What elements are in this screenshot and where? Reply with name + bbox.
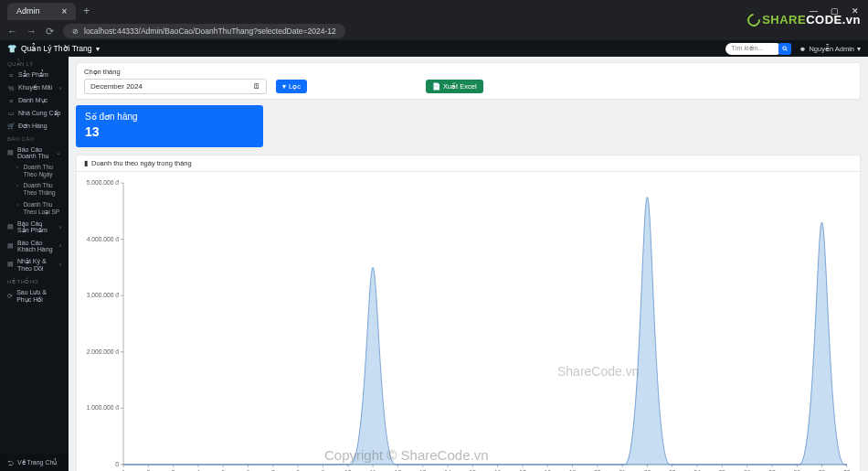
sidebar-section-header: HỆ THỐNG (0, 274, 69, 286)
revenue-chart: 01.000.000 đ2.000.000 đ3.000.000 đ4.000.… (84, 177, 852, 471)
sidebar-item-label: Sản Phẩm (18, 71, 48, 79)
menu-icon: 🛒 (7, 123, 15, 130)
sidebar: QUẢN LÝ≡Sản Phẩm%Khuyến Mãi›≡Danh Mục▭Nh… (0, 57, 69, 471)
sidebar-item[interactable]: ≡Sản Phẩm (0, 69, 69, 81)
menu-icon: % (7, 85, 15, 91)
svg-text:5.000.000 đ: 5.000.000 đ (87, 179, 120, 186)
sidebar-item-label: Đơn Hàng (18, 123, 48, 130)
main-content: Chọn tháng December 2024 🗓 ▾ Lọc 📄 Xuất … (69, 57, 868, 471)
filter-button[interactable]: ▾ Lọc (276, 80, 307, 93)
chart-title: Doanh thu theo ngày trong tháng (91, 159, 192, 167)
sidebar-subitem[interactable]: ▫Doanh Thu Theo Loại SP (0, 199, 69, 218)
dot-icon: ▫ (16, 201, 19, 216)
menu-icon: ⟳ (7, 293, 13, 300)
back-icon: ⮌ (7, 460, 14, 466)
sidebar-item[interactable]: ▤Báo Cáo Doanh Thu⌄ (0, 144, 69, 162)
menu-icon: ▤ (7, 149, 14, 156)
file-icon: 📄 (432, 82, 440, 91)
sidebar-section-header: BÁO CÁO (0, 133, 69, 144)
lock-icon: ⊘ (72, 27, 79, 36)
sidebar-item[interactable]: ≡Danh Mục (0, 94, 69, 107)
search-icon (782, 46, 789, 52)
sidebar-item-label: Khuyến Mãi (18, 84, 52, 91)
chart-card: ▮ Doanh thu theo ngày trong tháng 01.000… (76, 155, 861, 471)
month-input[interactable]: December 2024 🗓 (84, 79, 267, 94)
tshirt-icon: 👕 (7, 44, 17, 53)
month-label: Chọn tháng (84, 68, 852, 76)
new-tab-button[interactable]: + (83, 5, 90, 17)
month-value: December 2024 (90, 82, 143, 91)
svg-text:3.000.000 đ: 3.000.000 đ (87, 292, 120, 298)
sidebar-item[interactable]: ▤Báo Cáo Sản Phẩm› (0, 218, 69, 237)
search-placeholder: Tìm kiếm... (731, 45, 763, 52)
menu-icon: ▤ (7, 242, 14, 250)
url-text: localhost:44333/Admin/BaoCao/DoanhThuTha… (84, 27, 336, 36)
filter-label: Lọc (289, 82, 301, 91)
sidebar-subitem-label: Doanh Thu Theo Loại SP (23, 201, 61, 216)
sidebar-footer-home[interactable]: ⮌Về Trang Chủ (0, 455, 69, 471)
menu-icon: ≡ (7, 98, 15, 104)
sidebar-section-header: QUẢN LÝ (0, 57, 69, 69)
sidebar-item[interactable]: ▤Nhật Ký & Theo Dõi› (0, 255, 69, 274)
chevron-icon: › (59, 262, 61, 268)
nav-forward-icon[interactable]: → (26, 26, 37, 37)
address-bar[interactable]: ⊘ localhost:44333/Admin/BaoCao/DoanhThuT… (63, 24, 345, 38)
menu-icon: ≡ (7, 72, 15, 79)
svg-text:0: 0 (115, 461, 119, 467)
stat-title: Số đơn hàng (85, 112, 254, 122)
logo-ring-icon (745, 11, 763, 29)
stat-card-orders: Số đơn hàng 13 (76, 105, 263, 147)
stat-value: 13 (85, 124, 254, 139)
menu-icon: ▤ (7, 261, 14, 268)
sidebar-subitem-label: Doanh Thu Theo Tháng (24, 182, 61, 197)
brand[interactable]: 👕 Quản Lý Thời Trang ▾ (7, 44, 100, 53)
sidebar-item-label: Báo Cáo Khách Hàng (17, 240, 56, 252)
sidebar-item-label: Nhật Ký & Theo Dõi (17, 258, 56, 272)
nav-reload-icon[interactable]: ⟳ (46, 26, 54, 37)
sidebar-item[interactable]: ▤Báo Cáo Khách Hàng› (0, 237, 69, 255)
tab-title: Admin (16, 6, 40, 16)
user-menu[interactable]: ☻ Nguyễn Admin ▾ (799, 45, 861, 53)
funnel-icon: ▾ (282, 82, 286, 91)
chevron-icon: › (59, 85, 61, 91)
user-name: Nguyễn Admin (809, 45, 854, 53)
sidebar-subitem[interactable]: ▫Doanh Thu Theo Tháng (0, 180, 69, 198)
browser-chrome: Admin × + — ▢ ✕ ← → ⟳ ⊘ localhost:44333/… (0, 0, 868, 40)
svg-text:1.000.000 đ: 1.000.000 đ (87, 404, 120, 411)
chevron-down-icon: ▾ (857, 45, 861, 53)
brand-text: Quản Lý Thời Trang (21, 44, 92, 53)
sidebar-item[interactable]: 🛒Đơn Hàng (0, 120, 69, 133)
sidebar-item[interactable]: ▭Nhà Cung Cấp (0, 107, 69, 120)
chevron-icon: › (59, 242, 61, 249)
app-topbar: 👕 Quản Lý Thời Trang ▾ Tìm kiếm... ☻ Ngu… (0, 40, 868, 57)
sidebar-item[interactable]: ⟳Sao Lưu & Phục Hồi (0, 286, 69, 306)
chart-bar-icon: ▮ (84, 159, 88, 167)
menu-icon: ▤ (7, 223, 14, 230)
nav-back-icon[interactable]: ← (7, 26, 17, 37)
dot-icon: ▫ (16, 182, 20, 197)
search-input[interactable]: Tìm kiếm... (725, 43, 782, 55)
close-tab-icon[interactable]: × (62, 6, 68, 16)
sidebar-item-label: Báo Cáo Sản Phẩm (17, 220, 56, 234)
footer-label: Về Trang Chủ (17, 459, 57, 466)
export-excel-button[interactable]: 📄 Xuất Excel (426, 80, 483, 93)
sidebar-item-label: Sao Lưu & Phục Hồi (16, 289, 61, 304)
filter-card: Chọn tháng December 2024 🗓 ▾ Lọc 📄 Xuất … (76, 62, 861, 100)
dot-icon: ▫ (16, 164, 20, 178)
svg-text:2.000.000 đ: 2.000.000 đ (87, 348, 120, 355)
sidebar-item-label: Báo Cáo Doanh Thu (17, 146, 52, 159)
sharecode-logo: SHARE CODE.vn (747, 13, 861, 27)
sidebar-subitem[interactable]: ▫Doanh Thu Theo Ngày (0, 162, 69, 180)
chevron-icon: › (59, 224, 61, 230)
sidebar-subitem-label: Doanh Thu Theo Ngày (24, 164, 61, 178)
user-icon: ☻ (799, 45, 806, 53)
sidebar-item-label: Nhà Cung Cấp (18, 110, 60, 117)
menu-icon: ▭ (7, 110, 15, 117)
sidebar-item[interactable]: %Khuyến Mãi› (0, 81, 69, 94)
search-button[interactable] (778, 43, 791, 55)
sidebar-item-label: Danh Mục (18, 97, 48, 104)
excel-label: Xuất Excel (443, 82, 477, 91)
browser-tab[interactable]: Admin × (7, 3, 76, 20)
calendar-icon: 🗓 (253, 82, 260, 91)
chevron-icon: ⌄ (56, 149, 61, 156)
